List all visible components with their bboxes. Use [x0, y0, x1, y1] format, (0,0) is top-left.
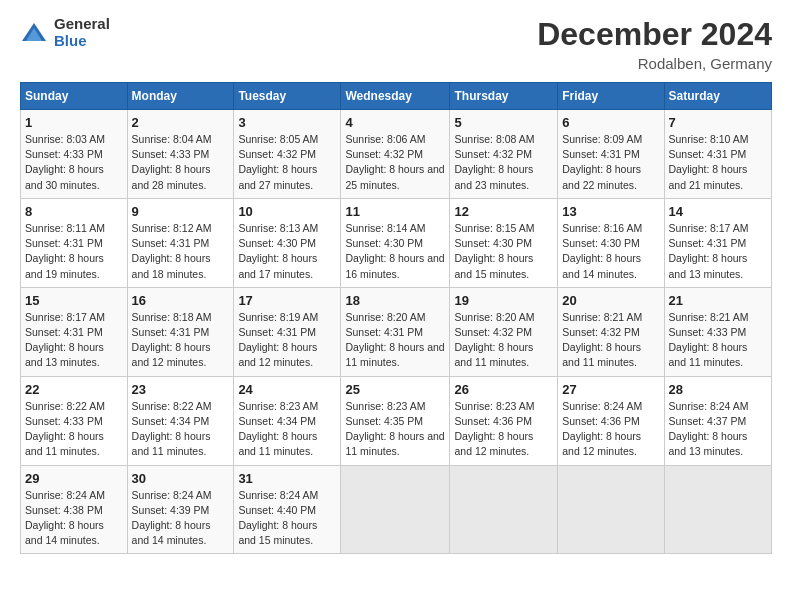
day-number: 9	[132, 204, 230, 219]
logo-general-text: General	[54, 16, 110, 33]
day-detail: Sunrise: 8:13 AMSunset: 4:30 PMDaylight:…	[238, 222, 318, 280]
location: Rodalben, Germany	[537, 55, 772, 72]
calendar-cell: 30Sunrise: 8:24 AMSunset: 4:39 PMDayligh…	[127, 465, 234, 554]
calendar-cell	[558, 465, 664, 554]
day-number: 13	[562, 204, 659, 219]
calendar-cell	[341, 465, 450, 554]
day-detail: Sunrise: 8:20 AMSunset: 4:31 PMDaylight:…	[345, 311, 444, 369]
day-number: 7	[669, 115, 767, 130]
weekday-header-wednesday: Wednesday	[341, 83, 450, 110]
day-detail: Sunrise: 8:23 AMSunset: 4:34 PMDaylight:…	[238, 400, 318, 458]
day-number: 26	[454, 382, 553, 397]
logo-icon	[20, 19, 48, 47]
day-detail: Sunrise: 8:22 AMSunset: 4:33 PMDaylight:…	[25, 400, 105, 458]
calendar-cell: 3Sunrise: 8:05 AMSunset: 4:32 PMDaylight…	[234, 110, 341, 199]
week-row-3: 15Sunrise: 8:17 AMSunset: 4:31 PMDayligh…	[21, 287, 772, 376]
week-row-2: 8Sunrise: 8:11 AMSunset: 4:31 PMDaylight…	[21, 198, 772, 287]
calendar-body: 1Sunrise: 8:03 AMSunset: 4:33 PMDaylight…	[21, 110, 772, 554]
day-number: 20	[562, 293, 659, 308]
day-detail: Sunrise: 8:09 AMSunset: 4:31 PMDaylight:…	[562, 133, 642, 191]
day-detail: Sunrise: 8:23 AMSunset: 4:35 PMDaylight:…	[345, 400, 444, 458]
day-detail: Sunrise: 8:21 AMSunset: 4:32 PMDaylight:…	[562, 311, 642, 369]
day-detail: Sunrise: 8:20 AMSunset: 4:32 PMDaylight:…	[454, 311, 534, 369]
calendar-cell: 5Sunrise: 8:08 AMSunset: 4:32 PMDaylight…	[450, 110, 558, 199]
calendar-cell: 12Sunrise: 8:15 AMSunset: 4:30 PMDayligh…	[450, 198, 558, 287]
calendar-cell: 15Sunrise: 8:17 AMSunset: 4:31 PMDayligh…	[21, 287, 128, 376]
day-detail: Sunrise: 8:15 AMSunset: 4:30 PMDaylight:…	[454, 222, 534, 280]
month-title: December 2024	[537, 16, 772, 53]
day-number: 30	[132, 471, 230, 486]
day-number: 15	[25, 293, 123, 308]
calendar-cell: 8Sunrise: 8:11 AMSunset: 4:31 PMDaylight…	[21, 198, 128, 287]
calendar-cell	[664, 465, 771, 554]
day-number: 3	[238, 115, 336, 130]
weekday-header-sunday: Sunday	[21, 83, 128, 110]
calendar-cell: 19Sunrise: 8:20 AMSunset: 4:32 PMDayligh…	[450, 287, 558, 376]
day-number: 27	[562, 382, 659, 397]
day-number: 14	[669, 204, 767, 219]
day-number: 2	[132, 115, 230, 130]
day-detail: Sunrise: 8:24 AMSunset: 4:38 PMDaylight:…	[25, 489, 105, 547]
calendar-cell: 16Sunrise: 8:18 AMSunset: 4:31 PMDayligh…	[127, 287, 234, 376]
day-number: 16	[132, 293, 230, 308]
day-number: 17	[238, 293, 336, 308]
week-row-1: 1Sunrise: 8:03 AMSunset: 4:33 PMDaylight…	[21, 110, 772, 199]
title-area: December 2024 Rodalben, Germany	[537, 16, 772, 72]
day-detail: Sunrise: 8:14 AMSunset: 4:30 PMDaylight:…	[345, 222, 444, 280]
week-row-4: 22Sunrise: 8:22 AMSunset: 4:33 PMDayligh…	[21, 376, 772, 465]
weekday-header-saturday: Saturday	[664, 83, 771, 110]
day-detail: Sunrise: 8:17 AMSunset: 4:31 PMDaylight:…	[25, 311, 105, 369]
day-number: 5	[454, 115, 553, 130]
day-detail: Sunrise: 8:24 AMSunset: 4:37 PMDaylight:…	[669, 400, 749, 458]
day-number: 28	[669, 382, 767, 397]
calendar-cell: 21Sunrise: 8:21 AMSunset: 4:33 PMDayligh…	[664, 287, 771, 376]
day-number: 8	[25, 204, 123, 219]
day-detail: Sunrise: 8:10 AMSunset: 4:31 PMDaylight:…	[669, 133, 749, 191]
logo: General Blue	[20, 16, 110, 49]
calendar-cell: 24Sunrise: 8:23 AMSunset: 4:34 PMDayligh…	[234, 376, 341, 465]
calendar-cell: 11Sunrise: 8:14 AMSunset: 4:30 PMDayligh…	[341, 198, 450, 287]
weekday-header-friday: Friday	[558, 83, 664, 110]
day-detail: Sunrise: 8:16 AMSunset: 4:30 PMDaylight:…	[562, 222, 642, 280]
day-detail: Sunrise: 8:08 AMSunset: 4:32 PMDaylight:…	[454, 133, 534, 191]
day-detail: Sunrise: 8:24 AMSunset: 4:36 PMDaylight:…	[562, 400, 642, 458]
day-number: 24	[238, 382, 336, 397]
week-row-5: 29Sunrise: 8:24 AMSunset: 4:38 PMDayligh…	[21, 465, 772, 554]
day-number: 4	[345, 115, 445, 130]
day-number: 25	[345, 382, 445, 397]
calendar-cell: 17Sunrise: 8:19 AMSunset: 4:31 PMDayligh…	[234, 287, 341, 376]
calendar-cell: 28Sunrise: 8:24 AMSunset: 4:37 PMDayligh…	[664, 376, 771, 465]
day-detail: Sunrise: 8:11 AMSunset: 4:31 PMDaylight:…	[25, 222, 105, 280]
day-detail: Sunrise: 8:04 AMSunset: 4:33 PMDaylight:…	[132, 133, 212, 191]
day-detail: Sunrise: 8:12 AMSunset: 4:31 PMDaylight:…	[132, 222, 212, 280]
calendar-cell: 22Sunrise: 8:22 AMSunset: 4:33 PMDayligh…	[21, 376, 128, 465]
day-number: 23	[132, 382, 230, 397]
day-number: 11	[345, 204, 445, 219]
day-number: 19	[454, 293, 553, 308]
calendar-cell: 29Sunrise: 8:24 AMSunset: 4:38 PMDayligh…	[21, 465, 128, 554]
day-number: 18	[345, 293, 445, 308]
calendar-cell: 9Sunrise: 8:12 AMSunset: 4:31 PMDaylight…	[127, 198, 234, 287]
day-detail: Sunrise: 8:17 AMSunset: 4:31 PMDaylight:…	[669, 222, 749, 280]
day-number: 31	[238, 471, 336, 486]
calendar-cell: 20Sunrise: 8:21 AMSunset: 4:32 PMDayligh…	[558, 287, 664, 376]
logo-text: General Blue	[54, 16, 110, 49]
calendar-header: SundayMondayTuesdayWednesdayThursdayFrid…	[21, 83, 772, 110]
weekday-header-thursday: Thursday	[450, 83, 558, 110]
calendar-cell: 6Sunrise: 8:09 AMSunset: 4:31 PMDaylight…	[558, 110, 664, 199]
day-detail: Sunrise: 8:19 AMSunset: 4:31 PMDaylight:…	[238, 311, 318, 369]
calendar-cell: 25Sunrise: 8:23 AMSunset: 4:35 PMDayligh…	[341, 376, 450, 465]
day-number: 10	[238, 204, 336, 219]
calendar-cell: 14Sunrise: 8:17 AMSunset: 4:31 PMDayligh…	[664, 198, 771, 287]
day-number: 1	[25, 115, 123, 130]
day-detail: Sunrise: 8:03 AMSunset: 4:33 PMDaylight:…	[25, 133, 105, 191]
weekday-row: SundayMondayTuesdayWednesdayThursdayFrid…	[21, 83, 772, 110]
calendar-cell	[450, 465, 558, 554]
calendar-cell: 10Sunrise: 8:13 AMSunset: 4:30 PMDayligh…	[234, 198, 341, 287]
day-detail: Sunrise: 8:06 AMSunset: 4:32 PMDaylight:…	[345, 133, 444, 191]
day-detail: Sunrise: 8:05 AMSunset: 4:32 PMDaylight:…	[238, 133, 318, 191]
day-detail: Sunrise: 8:21 AMSunset: 4:33 PMDaylight:…	[669, 311, 749, 369]
weekday-header-tuesday: Tuesday	[234, 83, 341, 110]
calendar-cell: 26Sunrise: 8:23 AMSunset: 4:36 PMDayligh…	[450, 376, 558, 465]
day-number: 22	[25, 382, 123, 397]
